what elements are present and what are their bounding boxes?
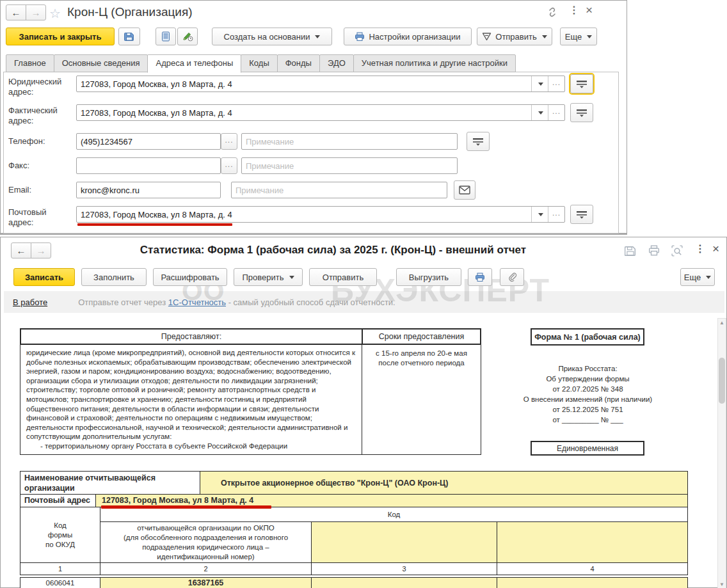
forward-button[interactable]: → [26, 4, 46, 20]
export-button[interactable]: Выгрузить [396, 268, 461, 286]
actual-address-label: Фактический адрес: [8, 106, 74, 126]
check-button[interactable]: Проверить [234, 268, 303, 286]
okpo-value-cell[interactable]: 16387165 [100, 577, 312, 588]
send-button[interactable]: Отправить [477, 28, 552, 45]
deadline-header-cell: Сроки предоставления [362, 328, 481, 345]
preview-icon[interactable] [671, 245, 683, 257]
org-name-label-cell: Наименование отчитывающейся организации [20, 471, 200, 495]
edit-history-icon [182, 31, 193, 42]
decipher-button[interactable]: Расшифровать [153, 268, 227, 286]
journal-icon [161, 31, 170, 42]
dropdown-button[interactable] [531, 76, 548, 91]
code-col3-value-cell[interactable] [311, 577, 497, 588]
forward-arrow-icon: → [36, 245, 46, 256]
okud-value-cell[interactable]: 0606041 [20, 577, 100, 588]
lines-dropdown-icon [472, 137, 484, 146]
1c-reporting-link[interactable]: 1С-Отчетность [168, 298, 226, 307]
tab-glavnoe[interactable]: Главное [6, 54, 54, 72]
code-col4-header-cell[interactable] [497, 521, 688, 563]
actual-address-lines-button[interactable] [570, 103, 593, 122]
postal-value-annotation-underline [101, 505, 271, 509]
rosstat-order-block: Приказ Росстата: Об утверждении формы от… [506, 363, 669, 425]
email-note-input[interactable] [231, 182, 447, 198]
chevron-down-icon [706, 276, 711, 279]
back-button[interactable]: ← [6, 4, 26, 20]
save-close-button[interactable]: Записать и закрыть [6, 28, 115, 45]
actual-address-field[interactable]: 127083, Город Москва, ул 8 Марта, д. 4 .… [76, 104, 565, 121]
close-icon[interactable]: × [712, 242, 719, 255]
dropdown-button[interactable] [531, 105, 548, 120]
ellipsis-button[interactable]: ... [548, 76, 564, 91]
tab-osnovnye-svedeniya[interactable]: Основные сведения [54, 54, 148, 72]
back-button[interactable]: ← [11, 242, 31, 258]
phone-input[interactable] [76, 133, 221, 150]
chevron-down-icon [315, 35, 320, 38]
email-input[interactable] [76, 182, 221, 198]
scroll-down-icon[interactable]: ▼ [718, 582, 726, 587]
save-icon[interactable] [625, 245, 636, 257]
fill-button[interactable]: Заполнить [81, 268, 147, 286]
postal-label-cell: Почтовый адрес [20, 494, 96, 507]
tab-adresa-i-telefony[interactable]: Адреса и телефоны [147, 54, 241, 73]
lines-dropdown-icon [576, 108, 587, 117]
send-report-button[interactable]: Отправить [309, 268, 377, 286]
print-button[interactable] [468, 268, 492, 286]
chevron-down-icon [587, 35, 592, 38]
more-button[interactable]: Еще [680, 268, 715, 286]
status-state-link[interactable]: В работе [13, 298, 47, 307]
window-menu-icon[interactable]: ⋮ [569, 5, 579, 15]
phone-lines-button[interactable] [467, 132, 490, 151]
org-name-value-cell[interactable]: Открытое акционерное общество "Крон-Ц" (… [200, 471, 688, 495]
attachment-button[interactable] [500, 268, 524, 286]
fax-ellipsis-button[interactable]: ... [221, 157, 237, 174]
forward-button[interactable]: → [31, 242, 51, 258]
postal-address-label: Почтовый адрес: [8, 207, 74, 228]
close-icon[interactable]: × [586, 4, 593, 16]
legal-address-field[interactable]: 127083, Город Москва, ул 8 Марта, д. 4 .… [76, 75, 565, 92]
provide-header-cell: Предоставляют: [20, 328, 363, 345]
tab-uchetnaya-politika[interactable]: Учетная политика и другие настройки [353, 54, 516, 72]
dropdown-button[interactable] [531, 207, 548, 222]
scroll-up-icon[interactable]: ▲ [718, 320, 726, 326]
code-col3-header-cell[interactable] [311, 521, 497, 563]
save-report-button[interactable]: Записать [13, 268, 75, 286]
org-settings-button[interactable]: Настройки организации [344, 28, 472, 45]
status-message: Отправьте отчет через 1С-Отчетность - са… [78, 298, 395, 307]
edit-history-icon-button[interactable] [177, 28, 198, 45]
tab-kody[interactable]: Коды [241, 54, 277, 72]
postal-address-lines-button[interactable] [570, 205, 593, 224]
save-button[interactable] [118, 28, 140, 45]
status-bar: В работе Отправьте отчет через 1С-Отчетн… [4, 291, 724, 313]
create-based-on-button[interactable]: Создать на основании [212, 28, 332, 45]
link-icon[interactable] [547, 7, 558, 17]
send-email-button[interactable] [454, 180, 475, 200]
phone-note-input[interactable] [241, 133, 458, 150]
postal-address-field[interactable]: 127083, Город Москва, ул 8 Марта, д. 4 .… [76, 206, 565, 223]
favorite-star-icon[interactable]: ☆ [49, 6, 61, 21]
tab-fondy[interactable]: Фонды [277, 54, 320, 72]
legal-address-lines-button[interactable] [570, 74, 593, 93]
window-title: Крон-Ц (Организация) [67, 5, 193, 19]
organization-window: ← → ☆ Крон-Ц (Организация) ⋮ × Записать … [0, 0, 627, 235]
phone-ellipsis-button[interactable]: ... [221, 133, 237, 150]
window-menu-icon[interactable]: ⋮ [695, 244, 705, 254]
ellipsis-button[interactable]: ... [548, 207, 564, 222]
window-title: Статистика: Форма 1 (рабочая сила) за 20… [84, 244, 582, 257]
code-span-header-cell: Код [100, 507, 688, 522]
scrollbar-thumb[interactable] [719, 358, 725, 404]
fax-note-input[interactable] [241, 157, 458, 174]
forward-arrow-icon: → [31, 7, 41, 18]
ellipsis-button[interactable]: ... [548, 105, 564, 120]
col-number-cell: 2 [100, 562, 312, 575]
back-arrow-icon: ← [17, 245, 26, 256]
paperclip-icon [507, 272, 517, 282]
journal-icon-button[interactable] [156, 28, 176, 45]
print-icon[interactable] [648, 245, 660, 257]
fax-input[interactable] [76, 157, 221, 174]
more-button[interactable]: Еще [560, 28, 597, 45]
okpo-header-cell: отчитывающейся организации по ОКПО (для … [100, 521, 312, 563]
nav-buttons: ← → [6, 4, 46, 20]
code-col4-value-cell[interactable] [497, 577, 688, 588]
legal-address-label: Юридический адрес: [8, 77, 74, 97]
tab-edo[interactable]: ЭДО [319, 54, 354, 72]
